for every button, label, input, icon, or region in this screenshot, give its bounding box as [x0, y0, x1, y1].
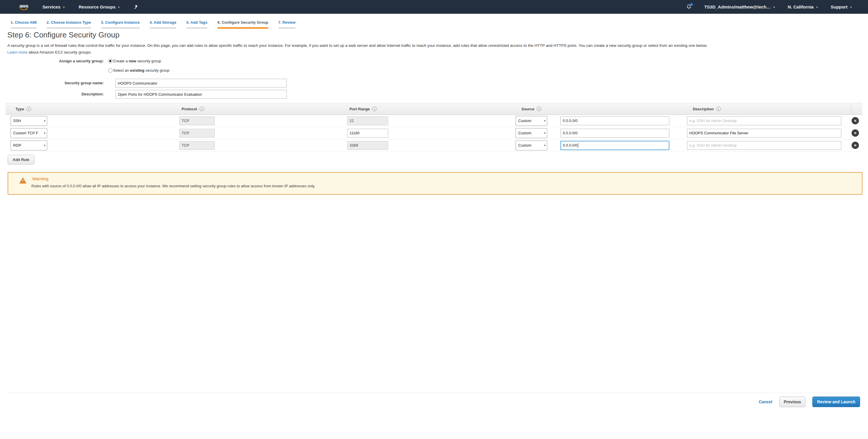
chevron-down-icon: ▾ — [63, 5, 64, 9]
info-icon[interactable]: i — [537, 106, 541, 111]
chevron-down-icon: ▾ — [44, 119, 45, 122]
notifications-button[interactable] — [686, 4, 691, 10]
security-group-description-input[interactable] — [116, 90, 287, 99]
chevron-down-icon: ▾ — [44, 144, 45, 147]
warning-banner: ! Warning Rules with source of 0.0.0.0/0… — [8, 172, 862, 195]
radio-button-unselected[interactable] — [108, 68, 113, 73]
port-range-input[interactable] — [347, 129, 388, 138]
aws-logo[interactable]: aws — [19, 4, 28, 10]
account-menu[interactable]: TS3D_Admins/matthew@tech… ▾ — [704, 4, 775, 9]
tab-add-storage[interactable]: 4. Add Storage — [150, 18, 176, 29]
radio-select-existing-group[interactable]: Select an existing security group — [108, 68, 169, 73]
close-icon: ✕ — [854, 131, 857, 135]
region-menu[interactable]: N. California ▾ — [788, 4, 817, 9]
type-select[interactable]: RDP▾ — [10, 140, 47, 150]
rule-description-input[interactable] — [687, 141, 841, 150]
group-name-row: Security group name: — [0, 79, 287, 88]
topnav-right: TS3D_Admins/matthew@tech… ▾ N. Californi… — [686, 4, 868, 10]
delete-rule-button[interactable]: ✕ — [851, 142, 859, 149]
notification-dot — [690, 3, 693, 6]
region-label: N. California — [788, 4, 813, 9]
source-select[interactable]: Custom▾ — [516, 128, 547, 138]
add-rule-button[interactable]: Add Rule — [8, 155, 34, 165]
learn-more-link[interactable]: Learn more — [7, 50, 28, 55]
assign-group-row2: Select an existing security group — [0, 68, 169, 73]
security-group-name-input[interactable] — [116, 79, 287, 88]
close-icon: ✕ — [854, 119, 857, 123]
tab-configure-instance[interactable]: 3. Configure Instance — [101, 18, 140, 29]
group-description-label: Description: — [0, 90, 104, 99]
protocol-input — [179, 141, 215, 150]
account-label: TS3D_Admins/matthew@tech… — [704, 4, 771, 9]
chevron-down-icon: ▾ — [44, 131, 45, 135]
rule-row-rdp: RDP▾ Custom▾ 0.0.0.0/0 ✕ — [6, 139, 862, 151]
info-icon[interactable]: i — [199, 106, 204, 111]
aws-logo-text: aws — [19, 4, 28, 8]
port-range-input — [347, 116, 388, 125]
source-cidr-input[interactable] — [560, 129, 670, 138]
tab-configure-security-group[interactable]: 6. Configure Security Group — [217, 18, 268, 29]
source-select[interactable]: Custom▾ — [516, 140, 547, 150]
nav-resource-groups[interactable]: Resource Groups ▾ — [79, 4, 120, 9]
pushpin-icon — [133, 4, 138, 10]
support-menu[interactable]: Support ▾ — [831, 4, 851, 9]
protocol-input — [179, 129, 215, 138]
tab-underline — [46, 27, 91, 29]
assign-group-row: Assign a security group: Create a new se… — [0, 59, 161, 63]
source-select[interactable]: Custom▾ — [516, 116, 547, 126]
group-name-label: Security group name: — [0, 79, 104, 88]
source-cidr-input-focused[interactable]: 0.0.0.0/0 — [560, 141, 670, 150]
pin-shortcut-button[interactable] — [133, 4, 138, 10]
chevron-down-icon: ▾ — [544, 131, 546, 135]
info-icon[interactable]: i — [372, 106, 377, 111]
col-protocol: Protocol — [182, 107, 197, 111]
review-and-launch-button[interactable]: Review and Launch — [812, 397, 860, 407]
group-description-row: Description: — [0, 90, 287, 99]
delete-rule-button[interactable]: ✕ — [851, 129, 859, 137]
info-icon[interactable]: i — [26, 106, 31, 111]
aws-smile-icon — [20, 8, 28, 10]
info-icon[interactable]: i — [716, 106, 721, 111]
rule-row-custom-tcp: Custom TCP F▾ Custom▾ ✕ — [6, 127, 862, 139]
table-header: Typei Protocoli Port Rangei Sourcei Desc… — [6, 103, 862, 115]
top-navbar: aws Services ▾ Resource Groups ▾ — [0, 0, 868, 14]
tab-underline — [10, 27, 37, 29]
protocol-input — [179, 116, 215, 125]
chevron-down-icon: ▾ — [544, 144, 546, 147]
tab-choose-instance-type[interactable]: 2. Choose Instance Type — [46, 18, 91, 29]
ec2-launch-wizard: aws Services ▾ Resource Groups ▾ — [0, 0, 868, 439]
previous-button[interactable]: Previous — [779, 397, 805, 407]
type-select[interactable]: Custom TCP F▾ — [10, 128, 47, 138]
source-cidr-input[interactable] — [560, 116, 670, 125]
nav-services[interactable]: Services ▾ — [42, 4, 65, 9]
tab-choose-ami[interactable]: 1. Choose AMI — [10, 18, 37, 29]
text-caret — [578, 143, 579, 148]
col-delete — [851, 103, 862, 114]
col-type: Type — [16, 107, 24, 111]
assign-group-label: Assign a security group: — [0, 59, 104, 63]
footer-divider — [7, 393, 862, 393]
col-source: Source — [522, 107, 534, 111]
delete-rule-button[interactable]: ✕ — [851, 117, 859, 124]
tab-underline — [278, 27, 296, 29]
radio-button-selected[interactable] — [108, 59, 113, 63]
tab-add-tags[interactable]: 5. Add Tags — [186, 18, 208, 29]
tab-underline — [150, 27, 176, 29]
tab-underline — [101, 27, 140, 29]
close-icon: ✕ — [854, 144, 857, 147]
support-label: Support — [831, 4, 847, 9]
rule-description-input[interactable] — [687, 129, 841, 138]
tab-underline — [186, 27, 208, 29]
type-select[interactable]: SSH▾ — [10, 116, 47, 126]
radio-create-new-group[interactable]: Create a new security group — [108, 59, 161, 63]
radio-create-new-label: Create a new security group — [113, 59, 161, 63]
warning-message: Rules with source of 0.0.0.0/0 allow all… — [31, 184, 315, 188]
security-rules-table: Typei Protocoli Port Rangei Sourcei Desc… — [6, 103, 862, 151]
rule-row-ssh: SSH▾ Custom▾ ✕ — [6, 115, 862, 127]
tab-review[interactable]: 7. Review — [278, 18, 296, 29]
chevron-down-icon: ▾ — [773, 5, 775, 9]
chevron-down-icon: ▾ — [118, 5, 120, 9]
cancel-link[interactable]: Cancel — [759, 400, 772, 404]
chevron-down-icon: ▾ — [544, 119, 546, 122]
rule-description-input[interactable] — [687, 116, 841, 125]
